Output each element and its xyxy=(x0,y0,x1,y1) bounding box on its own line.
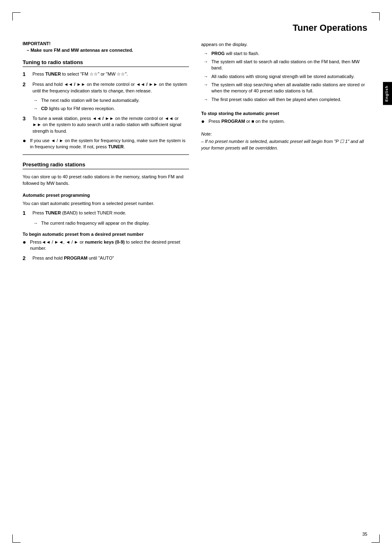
step-1-num: 1 xyxy=(23,71,31,78)
page-number: 35 xyxy=(362,532,367,537)
left-column: IMPORTANT! – Make sure FM and MW antenna… xyxy=(23,41,189,265)
content-area: IMPORTANT! – Make sure FM and MW antenna… xyxy=(23,41,367,530)
prog-bold: PROG xyxy=(212,51,225,56)
tuning-steps-list: 1 Press TUNER to select "FM ☆☆" or "MW ☆… xyxy=(23,71,189,94)
step-2-content: Press and hold ◄◄ / ►► on the remote con… xyxy=(32,81,189,94)
tuning-section-header: Tuning to radio stations xyxy=(23,59,189,67)
corner-bl xyxy=(12,534,21,543)
page-title: Tuner Operations xyxy=(293,23,367,33)
begin-header-text: To begin automatic preset from a desired… xyxy=(23,232,143,237)
step3-bold2: ◄◄ xyxy=(164,116,173,121)
auto-preset-step-1: 1 Press TUNER (BAND) to select TUNER mod… xyxy=(23,210,189,217)
auto-preset-steps: 1 Press TUNER (BAND) to select TUNER mod… xyxy=(23,210,189,217)
auto-step-2-num: 2 xyxy=(23,255,31,262)
tuner-bold-3: TUNER xyxy=(45,210,61,215)
begin-preset-bullet: ● Press◄◄ / ►◄, ◄ / ► or numeric keys (0… xyxy=(23,239,189,252)
arrow-icon-7 xyxy=(204,97,210,103)
page-container: English Tuner Operations IMPORTANT! – Ma… xyxy=(0,0,392,555)
prev-bold2: ◄ xyxy=(66,240,70,244)
auto-preset-step-2: 2 Press and hold PROGRAM until "AUTO" xyxy=(23,255,189,262)
if-you-use-content: If you use ◄ / ► on the system for frequ… xyxy=(30,138,189,150)
arrow-icon-3 xyxy=(33,220,40,226)
step3-bold3: ►► xyxy=(32,122,42,127)
auto-step1-arrows: The current radio frequency will appear … xyxy=(23,220,189,226)
next-bold: ► xyxy=(59,138,64,143)
note-body-text: If no preset number is selected, automat… xyxy=(201,139,364,151)
to-stop-section: To stop storing the automatic preset ● P… xyxy=(201,111,368,124)
step3-list: 3 To tune a weak station, press ◄◄ / ►► … xyxy=(23,115,189,134)
page-title-area: Tuner Operations xyxy=(293,23,367,33)
important-body: – Make sure FM and MW antennas are conne… xyxy=(23,48,189,53)
presetting-section-header: Presetting radio stations xyxy=(23,161,189,169)
to-stop-header: To stop storing the automatic preset xyxy=(201,111,368,116)
tuning-step-1: 1 Press TUNER to select "FM ☆☆" or "MW ☆… xyxy=(23,71,189,78)
auto-preset-intro: You can start automatic presetting from … xyxy=(23,200,189,207)
system-arrow-1-text: The system will start to search all radi… xyxy=(212,59,368,71)
next-bold2: ► xyxy=(74,240,78,244)
right-continuation: appears on the display. xyxy=(201,41,368,48)
begin-preset-header: To begin automatic preset from a desired… xyxy=(23,232,189,237)
prog-arrow-item: PROG will start to flash. xyxy=(201,51,368,57)
note-section: Note: – If no preset number is selected,… xyxy=(201,131,368,152)
tuning-step-3: 3 To tune a weak station, press ◄◄ / ►► … xyxy=(23,115,189,134)
auto-preset-subheader: Automatic preset programming xyxy=(23,193,189,198)
arrow-icon-prog xyxy=(204,51,210,57)
presetting-intro: You can store up to 40 preset radio stat… xyxy=(23,173,189,187)
step2-bold2: ◄◄ / ►► xyxy=(136,82,158,87)
auto-step-2-content: Press and hold PROGRAM until "AUTO" xyxy=(32,255,189,262)
system-arrow-2-text: All radio stations with strong signal st… xyxy=(212,74,355,80)
arrow-icon-1 xyxy=(33,97,40,104)
system-arrow-4-text: The first preset radio station will then… xyxy=(212,97,341,103)
prev-bold: ◄ xyxy=(51,138,55,143)
step2-bold1: ◄◄ / ►► xyxy=(64,82,85,87)
stop-bold: ■ xyxy=(251,119,254,124)
arrow-icon-6 xyxy=(204,82,210,94)
prev-skip-bold: ◄◄ xyxy=(42,240,51,244)
begin-preset-content: Press◄◄ / ►◄, ◄ / ► or numeric keys (0-9… xyxy=(30,239,189,252)
step-1-content: Press TUNER to select "FM ☆☆" or "MW ☆☆"… xyxy=(32,71,189,78)
to-stop-bullet: ● Press PROGRAM or ■ on the system. xyxy=(201,118,368,124)
tuning-step-2: 2 Press and hold ◄◄ / ►► on the remote c… xyxy=(23,81,189,94)
section-divider-1 xyxy=(23,154,189,155)
step-3-content: To tune a weak station, press ◄◄ / ►► on… xyxy=(32,115,189,134)
step-3-num: 3 xyxy=(23,115,31,134)
prog-arrow-text: PROG will start to flash. xyxy=(212,51,260,57)
two-column-layout: IMPORTANT! – Make sure FM and MW antenna… xyxy=(23,41,367,265)
system-arrow-2: All radio stations with strong signal st… xyxy=(201,74,368,80)
system-arrow-1: The system will start to search all radi… xyxy=(201,59,368,71)
language-tab: English xyxy=(383,82,392,105)
next-skip-bold: ►◄ xyxy=(54,240,63,244)
auto-step1-arrow: The current radio frequency will appear … xyxy=(31,220,189,226)
step3-bold1: ◄◄ / ►► xyxy=(92,116,114,121)
note-body: – If no preset number is selected, autom… xyxy=(201,138,368,152)
auto-step-1-num: 1 xyxy=(23,210,31,217)
bullet-icon-2: ● xyxy=(23,239,28,252)
arrow-icon-4 xyxy=(204,59,210,71)
corner-tl xyxy=(12,12,21,21)
auto-preset-step2-list: 2 Press and hold PROGRAM until "AUTO" xyxy=(23,255,189,262)
auto-step1-arrow-text: The current radio frequency will appear … xyxy=(41,220,150,226)
auto-step-1-content: Press TUNER (BAND) to select TUNER mode. xyxy=(32,210,189,217)
to-stop-content: Press PROGRAM or ■ on the system. xyxy=(209,118,285,124)
corner-br xyxy=(371,534,380,543)
bullet-icon-3: ● xyxy=(201,118,207,124)
tuner-bold-1: TUNER xyxy=(45,71,61,76)
system-arrow-3: The system will stop searching when all … xyxy=(201,82,368,94)
important-section: IMPORTANT! – Make sure FM and MW antenna… xyxy=(23,41,189,53)
step2-arrow-1: The next radio station will be tuned aut… xyxy=(31,97,189,104)
step2-arrow-2-text: CD lights up for FM stereo reception. xyxy=(41,106,115,112)
step2-arrows: The next radio station will be tuned aut… xyxy=(23,97,189,112)
system-arrow-4: The first preset radio station will then… xyxy=(201,97,368,103)
bullet-icon-1: ● xyxy=(23,138,28,150)
corner-tr xyxy=(371,12,380,21)
note-title: Note: xyxy=(201,131,368,136)
arrow-icon-5 xyxy=(204,74,210,80)
program-bold-2: PROGRAM xyxy=(221,119,245,124)
arrow-icon-2 xyxy=(33,106,40,112)
step2-arrow-2: CD lights up for FM stereo reception. xyxy=(31,106,189,112)
system-arrow-3-text: The system will stop searching when all … xyxy=(212,82,368,94)
numeric-bold: numeric keys (0-9) xyxy=(85,240,125,244)
step-2-num: 2 xyxy=(23,81,31,94)
cd-bold: CD xyxy=(41,106,48,111)
if-you-use-bullet: ● If you use ◄ / ► on the system for fre… xyxy=(23,138,189,150)
